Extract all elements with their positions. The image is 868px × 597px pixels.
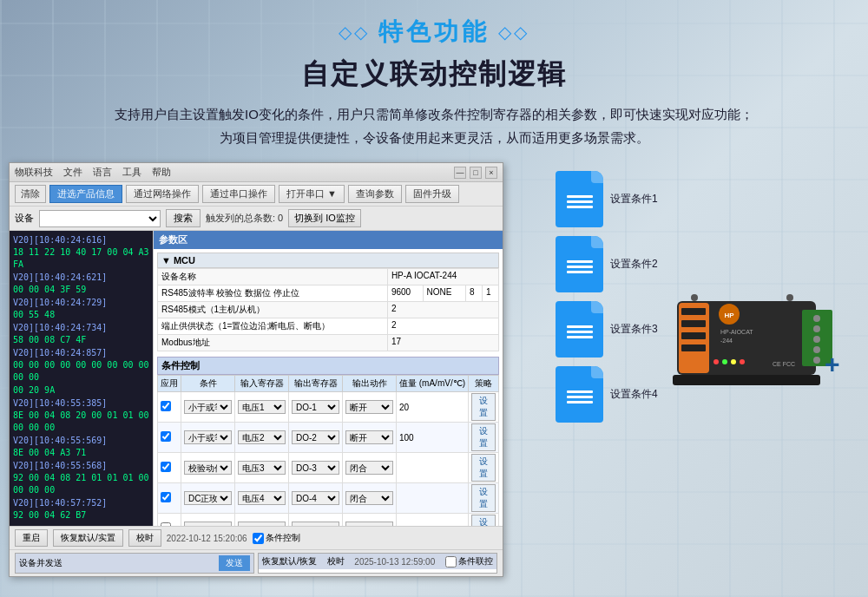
terminal-pin-5: [813, 357, 820, 364]
condition-row-0: 小于或等于不能驱动 电压1 DO-1 断开 20 设置: [158, 392, 499, 423]
menu-language[interactable]: 语言: [93, 166, 112, 179]
cond-btn-cell[interactable]: 设置: [469, 392, 499, 423]
table-header-row: 应用 条件 输入寄存器 输出寄存器 输出动作 值量 (mA/mV/℃) 策略: [158, 376, 499, 392]
field-value: 2: [387, 302, 498, 318]
condition-icons: 设置条件1 设置条件2: [556, 162, 658, 423]
right-section: 设置条件1 设置条件2: [512, 162, 851, 423]
minimize-button[interactable]: —: [454, 167, 466, 179]
param-content: ▼ MCU 设备名称 HP-A IOCAT-244 RS485波特率 校验位 数…: [154, 249, 503, 526]
log-line: V20][10:40:55:569] 8E 00 04 A3 71: [13, 435, 149, 459]
device-select[interactable]: [39, 210, 161, 227]
window-titlebar: 物联科技 文件 语言 工具 帮助 — □ ×: [10, 163, 503, 182]
send-receive-panel: 设备并发送 发送 恢复默认/恢复 校时 2025-10-13 12:59:00 …: [10, 549, 503, 576]
query-params-button[interactable]: 查询参数: [348, 185, 402, 203]
field-label: 设备名称: [158, 269, 388, 285]
cond-checkbox-cell[interactable]: [158, 483, 181, 514]
terminal-pin-4: [813, 346, 820, 353]
cond-condition-cell: [181, 514, 235, 527]
led-green: [722, 359, 727, 364]
restore-defaults-button-1[interactable]: 恢复默认/实置: [53, 529, 123, 547]
param-area: 参数区 ▼ MCU 设备名称 HP-A IOCAT-244: [153, 231, 503, 526]
cond-checkbox-cell[interactable]: [158, 453, 181, 483]
window-controls: — □ ×: [454, 167, 497, 179]
diamond-deco-left: ◇◇: [339, 22, 370, 43]
field-label: RS485模式（1主机/从机）: [158, 302, 388, 318]
timestamp-1: 2022-10-12 15:20:06: [167, 534, 247, 543]
condition-icon-3: [556, 301, 603, 358]
condition-label-2: 设置条件2: [610, 257, 658, 272]
firmware-upgrade-button[interactable]: 固件升级: [405, 185, 459, 203]
cond-action-cell: 断开: [343, 423, 397, 453]
col-output-reg: 输出寄存器: [289, 376, 343, 392]
col-strategy: 策略: [469, 376, 499, 392]
trigger-count: 触发列的总条数: 0: [206, 212, 283, 225]
port-2: [681, 320, 706, 327]
receive-panel-header: 恢复默认/恢复 校时 2025-10-13 12:59:00 条件联控: [259, 554, 496, 569]
serial-ops-button[interactable]: 通过串口操作: [202, 185, 275, 203]
param-header: 参数区: [154, 231, 503, 249]
col-condition: 条件: [181, 376, 235, 392]
menu-help[interactable]: 帮助: [152, 166, 171, 179]
condition-icon-item-4: 设置条件4: [556, 366, 658, 423]
cond-action-cell: 闭合: [343, 453, 397, 483]
io-monitor-button[interactable]: 切换到 IO监控: [288, 209, 361, 227]
cond-condition-cell: 小于或等于不能驱动: [181, 423, 235, 453]
menu-tools[interactable]: 工具: [122, 166, 141, 179]
close-button[interactable]: ×: [485, 167, 497, 179]
log-line: V20][10:40:24:734] 58 00 08 C7 4F: [13, 322, 149, 346]
bottom-bar-1: 重启 恢复默认/实置 校时 2022-10-12 15:20:06 条件控制: [10, 526, 503, 549]
open-serial-button[interactable]: 打开串口 ▼: [279, 185, 345, 203]
led-yellow: [731, 359, 736, 364]
cond-btn-cell[interactable]: 设置: [469, 483, 499, 514]
log-line: V20][10:40:24:616] 18 11 22 10 40 17 00 …: [13, 234, 149, 271]
cond-output-cell: DO-2: [289, 423, 343, 453]
receive-panel: 恢复默认/恢复 校时 2025-10-13 12:59:00 条件联控: [258, 553, 497, 574]
main-content: 物联科技 文件 语言 工具 帮助 — □ × 清除 进选产品信息 通过网络操作 …: [0, 158, 868, 581]
condition-icon-item-2: 设置条件2: [556, 236, 658, 292]
cond-btn-cell[interactable]: 设置: [469, 423, 499, 453]
diamond-deco-right: ◇◇: [498, 22, 529, 43]
cond-checkbox-cell[interactable]: [158, 514, 181, 527]
main-title: 自定义联动控制逻辑: [17, 56, 851, 94]
cond-checkbox-cell[interactable]: [158, 392, 181, 423]
condition-icon-item-1: 设置条件1: [556, 171, 658, 227]
brand-text: HP: [724, 312, 734, 319]
col-value: 值量 (mA/mV/℃): [397, 376, 469, 392]
log-line: 00 20 9A: [13, 384, 149, 397]
product-info-button[interactable]: 进选产品信息: [49, 185, 122, 203]
mcu-header: ▼ MCU: [157, 253, 499, 268]
table-row: RS485波特率 校验位 数据位 停止位 9600 NONE 8 1: [158, 285, 499, 302]
cond-input-cell: [235, 514, 289, 527]
cond-output-cell: DO-3: [289, 453, 343, 483]
menu-file[interactable]: 文件: [63, 166, 82, 179]
log-line: V20][10:40:57:752] 92 00 04 62 B7: [13, 497, 149, 522]
field-value: 1: [482, 285, 498, 302]
condition-header: 条件控制: [157, 357, 499, 375]
condition-icon-item-3: 设置条件3: [556, 301, 658, 358]
search-button[interactable]: 搜索: [166, 209, 201, 227]
cond-action-cell: 断开: [343, 392, 397, 423]
sync-time-button-1[interactable]: 校时: [128, 529, 161, 547]
field-value: NONE: [423, 285, 465, 302]
field-value: 9600: [387, 285, 423, 302]
send-panel: 设备并发送 发送: [15, 553, 254, 574]
cond-action-cell: 闭合: [343, 483, 397, 514]
network-ops-button[interactable]: 通过网络操作: [126, 185, 199, 203]
cond-btn-cell[interactable]: 设置: [469, 514, 499, 527]
description-line2: 为项目管理提供便捷性，令设备使用起来更灵活，从而适用更多场景需求。: [17, 126, 851, 149]
maximize-button[interactable]: □: [470, 167, 482, 179]
field-label: RS485波特率 校验位 数据位 停止位: [158, 285, 388, 302]
cond-action-cell: [343, 514, 397, 527]
restart-button-1[interactable]: 重启: [15, 529, 48, 547]
log-area: V20][10:40:24:616] 18 11 22 10 40 17 00 …: [10, 231, 153, 526]
condition-icon-2: [556, 236, 603, 292]
menu-brand: 物联科技: [15, 166, 53, 179]
condition-control-checkbox[interactable]: 条件控制: [253, 532, 300, 544]
cond-btn-cell[interactable]: 设置: [469, 453, 499, 483]
condition-row-4: 设置: [158, 514, 499, 527]
send-button[interactable]: 发送: [219, 555, 250, 571]
device-label: 设备: [15, 212, 34, 225]
clear-button[interactable]: 清除: [15, 185, 46, 203]
cond-checkbox-cell[interactable]: [158, 423, 181, 453]
terminal-pin-3: [813, 336, 820, 343]
